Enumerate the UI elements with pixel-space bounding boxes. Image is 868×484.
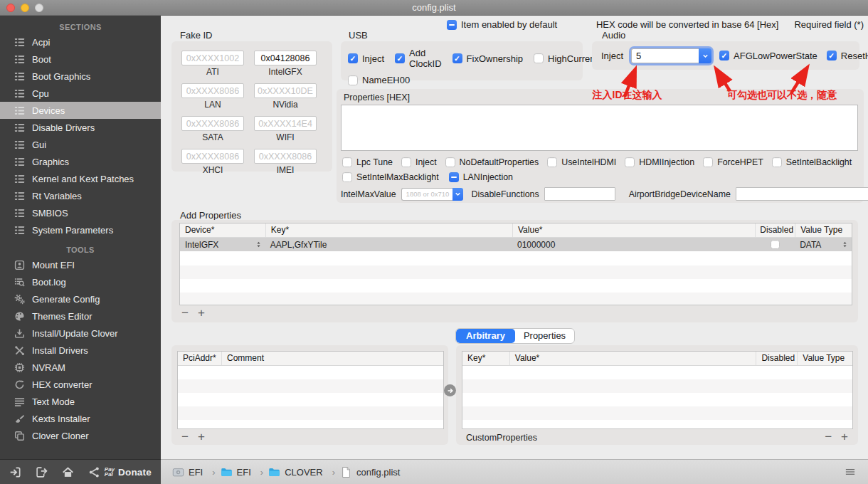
field-wifi[interactable] xyxy=(254,116,317,131)
sidebar-item-disable-drivers[interactable]: Disable Drivers xyxy=(0,119,161,136)
checkbox-setintelbacklight[interactable]: SetIntelBacklight xyxy=(772,157,852,167)
checkbox-resethda[interactable]: ResetHDA xyxy=(827,51,868,61)
zoom-button[interactable] xyxy=(35,4,43,12)
checkbox-afglowpowerstate[interactable]: AFGLowPowerState xyxy=(719,51,817,61)
sidebar-item-boot-log[interactable]: Boot.log xyxy=(0,273,161,290)
sidebar-item-kexts-installer[interactable]: Kexts Installer xyxy=(0,410,161,427)
disablefunctions-input[interactable] xyxy=(544,187,615,201)
sidebar-item-mount-efi[interactable]: Mount EFI xyxy=(0,256,161,273)
disabled-checkbox[interactable] xyxy=(771,240,780,249)
import-icon[interactable] xyxy=(9,466,21,478)
sidebar-item-themes-editor[interactable]: Themes Editor xyxy=(0,307,161,325)
checkbox-useintelhdmi[interactable]: UseIntelHDMI xyxy=(547,157,616,167)
checkbox[interactable] xyxy=(772,157,782,167)
checkbox[interactable] xyxy=(342,172,352,182)
sidebar-item-rt-variables[interactable]: Rt Variables xyxy=(0,187,161,204)
custom-properties-table[interactable]: Key*Value*DisabledValue Type xyxy=(462,351,853,429)
checkbox-setintelmaxbacklight[interactable]: SetIntelMaxBacklight xyxy=(342,172,439,182)
sidebar-item-graphics[interactable]: Graphics xyxy=(0,153,161,170)
enabled-default-note[interactable]: Item enabled by default xyxy=(447,19,557,30)
sidebar-item-text-mode[interactable]: Text Mode xyxy=(0,393,161,410)
table-row[interactable]: IntelGFX AAPL,GfxYTile 01000000 DATA xyxy=(180,238,852,251)
checkbox[interactable] xyxy=(547,157,557,167)
sidebar-item-boot-graphics[interactable]: Boot Graphics xyxy=(0,68,161,85)
updown-stepper-icon[interactable] xyxy=(255,240,263,249)
checkbox[interactable] xyxy=(401,157,411,167)
sidebar-item-smbios[interactable]: SMBIOS xyxy=(0,204,161,221)
add-row-button[interactable]: + xyxy=(198,307,205,319)
combo-button[interactable] xyxy=(452,188,463,201)
intelmaxvalue-input[interactable] xyxy=(401,188,452,201)
share-icon[interactable] xyxy=(88,466,100,478)
sidebar-item-nvram[interactable]: NVRAM xyxy=(0,359,161,376)
properties-hex-textarea[interactable] xyxy=(341,105,858,151)
airportbridge-input[interactable] xyxy=(736,187,868,201)
checkbox[interactable] xyxy=(625,157,635,167)
remove-row-button[interactable]: − xyxy=(181,307,189,319)
export-icon[interactable] xyxy=(36,466,48,478)
checkbox-forcehpet[interactable]: ForceHPET xyxy=(703,157,763,167)
home-icon[interactable] xyxy=(62,466,74,478)
add-properties-table[interactable]: Device*Key*Value*DisabledValue Type Inte… xyxy=(179,223,852,305)
sidebar-item-system-parameters[interactable]: System Parameters xyxy=(0,221,161,238)
empty-rows[interactable] xyxy=(178,366,443,428)
checkbox-laninjection[interactable]: LANInjection xyxy=(449,172,513,182)
checkbox-fixownership[interactable]: FixOwnership xyxy=(452,53,523,64)
audio-inject-combobox[interactable] xyxy=(631,48,711,63)
sidebar-item-hex-converter[interactable]: HEX converter xyxy=(0,376,161,393)
lines-menu-icon[interactable] xyxy=(844,467,857,477)
breadcrumb-item-clover[interactable]: CLOVER › xyxy=(268,466,340,478)
sidebar-item-boot[interactable]: Boot xyxy=(0,51,161,68)
updown-stepper-icon[interactable] xyxy=(841,240,849,249)
field-sata[interactable] xyxy=(181,116,244,131)
tab-properties[interactable]: Properties xyxy=(515,329,574,343)
sidebar-item-generate-config[interactable]: Generate Config xyxy=(0,290,161,307)
empty-rows[interactable] xyxy=(180,252,852,305)
breadcrumb-item-efi[interactable]: EFI › xyxy=(172,466,221,478)
checkbox[interactable] xyxy=(348,75,358,85)
sidebar-item-kernel-and-kext-patches[interactable]: Kernel and Kext Patches xyxy=(0,170,161,187)
add-row-button[interactable]: + xyxy=(841,431,848,443)
field-intelgfx[interactable] xyxy=(254,51,317,65)
checkbox[interactable] xyxy=(395,53,405,63)
arbitrary-table[interactable]: PciAddr*Comment xyxy=(177,351,444,429)
field-lan[interactable] xyxy=(181,83,244,98)
checkbox[interactable] xyxy=(719,51,729,60)
field-ati[interactable] xyxy=(181,51,244,65)
remove-row-button[interactable]: − xyxy=(825,431,832,443)
checkbox[interactable] xyxy=(534,53,544,63)
remove-row-button[interactable]: − xyxy=(181,431,189,443)
checkbox-highcurrent[interactable]: HighCurrent xyxy=(534,53,598,64)
field-xhci[interactable] xyxy=(181,149,244,164)
sidebar-item-gui[interactable]: Gui xyxy=(0,136,161,153)
checkbox-add-clockid[interactable]: Add ClockID xyxy=(395,48,442,69)
checkbox-inject[interactable]: Inject xyxy=(348,53,384,64)
checkbox-inject[interactable]: Inject xyxy=(401,157,437,167)
sidebar-item-install-drivers[interactable]: Install Drivers xyxy=(0,342,161,359)
checkbox-hdmiinjection[interactable]: HDMIInjection xyxy=(625,157,694,167)
checkbox-lpc-tune[interactable]: Lpc Tune xyxy=(342,157,393,167)
checkbox-nameeh00[interactable]: NameEH00 xyxy=(348,75,410,85)
field-imei[interactable] xyxy=(254,149,317,164)
close-button[interactable] xyxy=(6,4,15,12)
enabled-default-checkbox[interactable] xyxy=(447,20,457,30)
breadcrumb-item-config-plist[interactable]: config.plist › xyxy=(340,466,400,478)
sidebar-item-acpi[interactable]: Acpi xyxy=(0,33,161,51)
checkbox[interactable] xyxy=(449,172,459,182)
checkbox[interactable] xyxy=(348,53,358,63)
move-right-button[interactable] xyxy=(444,384,456,396)
intelmaxvalue-combobox[interactable] xyxy=(401,188,463,201)
checkbox[interactable] xyxy=(703,157,713,167)
checkbox-nodefaultproperties[interactable]: NoDefaultProperties xyxy=(445,157,539,167)
checkbox[interactable] xyxy=(342,157,352,167)
sidebar-item-devices[interactable]: Devices xyxy=(0,102,161,119)
sidebar-item-clover-cloner[interactable]: Clover Cloner xyxy=(0,427,161,444)
checkbox[interactable] xyxy=(452,53,462,63)
sidebar-item-install-update-clover[interactable]: Install/Update Clover xyxy=(0,325,161,342)
empty-rows[interactable] xyxy=(462,366,852,428)
sidebar-item-cpu[interactable]: Cpu xyxy=(0,85,161,102)
tab-arbitrary[interactable]: Arbitrary xyxy=(456,329,515,343)
add-row-button[interactable]: + xyxy=(198,431,205,443)
breadcrumb-item-efi[interactable]: EFI › xyxy=(221,466,269,478)
field-nvidia[interactable] xyxy=(254,83,317,98)
